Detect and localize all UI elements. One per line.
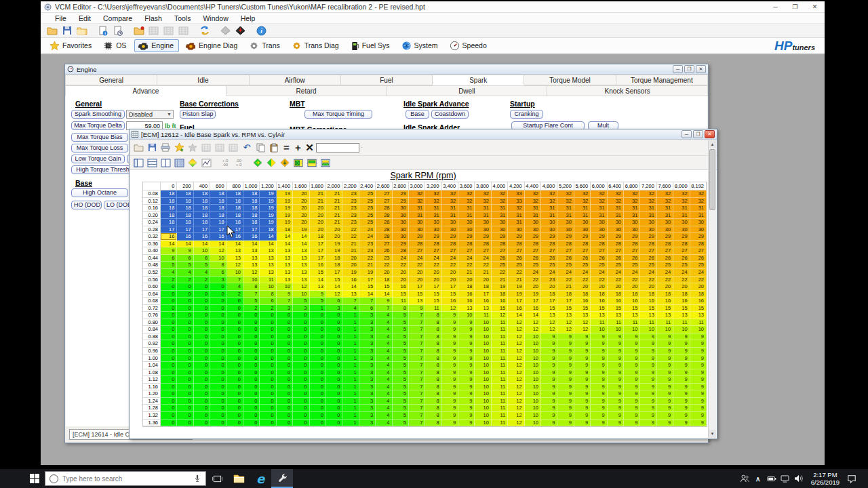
spark-cell[interactable]: 8 (425, 340, 441, 348)
row-header[interactable]: 0.20 (143, 212, 161, 220)
spark-cell[interactable]: 9 (673, 340, 690, 348)
decimal-increase-icon[interactable]: .00+.0 (233, 157, 245, 169)
spark-cell[interactable]: 0 (161, 319, 177, 327)
spark-cell[interactable]: 27 (624, 247, 640, 255)
spark-cell[interactable]: 9 (673, 405, 690, 412)
spark-cell[interactable]: 10 (475, 355, 491, 363)
spark-cell[interactable]: 30 (475, 219, 491, 226)
spark-cell[interactable]: 15 (393, 291, 409, 298)
row-header[interactable]: 0.80 (143, 319, 161, 327)
spark-cell[interactable]: 16 (492, 298, 508, 305)
spark-cell[interactable]: 32 (640, 198, 656, 205)
set-equal-button[interactable]: = (281, 142, 292, 152)
spark-cell[interactable]: 30 (690, 219, 707, 226)
spark-cell[interactable]: 9 (640, 420, 656, 427)
spark-cell[interactable]: 0 (194, 312, 210, 319)
spark-cell[interactable]: 18 (557, 291, 574, 298)
spark-cell[interactable]: 9 (557, 369, 574, 377)
ribbon-engine-diag[interactable]: Engine Diag (182, 39, 243, 52)
spark-cell[interactable]: 0 (161, 340, 177, 348)
spark-cell[interactable]: 3 (210, 277, 226, 284)
spark-cell[interactable]: 4 (177, 269, 193, 277)
spark-cell[interactable]: 31 (608, 212, 624, 220)
spark-cell[interactable]: 3 (359, 376, 376, 384)
spark-cell[interactable]: 12 (508, 390, 524, 398)
spark-cell[interactable]: 22 (442, 262, 458, 269)
spark-cell[interactable]: 5 (393, 390, 409, 398)
spark-cell[interactable]: 31 (690, 205, 707, 212)
spark-cell[interactable]: 11 (492, 362, 508, 369)
spark-cell[interactable]: 9 (591, 348, 607, 355)
operation-value-input[interactable] (316, 143, 359, 152)
spark-cell[interactable]: 8 (425, 390, 441, 398)
scroll-thumb[interactable] (709, 149, 715, 210)
row-header[interactable]: 0.68 (143, 298, 161, 305)
spark-cell[interactable]: 9 (624, 362, 640, 369)
spark-cell[interactable]: 21 (342, 247, 359, 255)
spark-cell[interactable]: 17 (210, 226, 226, 234)
spark-cell[interactable]: 18 (177, 198, 193, 205)
spark-cell[interactable]: 18 (260, 226, 276, 234)
spark-cell[interactable]: 7 (409, 355, 425, 363)
spark-cell[interactable]: 24 (640, 269, 656, 277)
spark-cell[interactable]: 27 (690, 247, 707, 255)
spark-cell[interactable]: 32 (608, 198, 624, 205)
spark-cell[interactable]: 5 (393, 319, 409, 327)
spark-cell[interactable]: 13 (243, 262, 260, 269)
spark-cell[interactable]: 10 (608, 326, 624, 333)
spark-cell[interactable]: 6 (194, 255, 210, 262)
table-close-icon[interactable]: ✕ (705, 130, 715, 138)
spark-cell[interactable]: 18 (277, 226, 293, 234)
spark-cell[interactable]: 9 (458, 369, 475, 377)
spark-cell[interactable]: 9 (458, 420, 475, 427)
spark-cell[interactable]: 19 (359, 269, 376, 277)
spark-cell[interactable]: 13 (541, 312, 557, 319)
spark-cell[interactable]: 20 (608, 283, 624, 291)
spark-cell[interactable]: 10 (525, 369, 541, 377)
spark-cell[interactable]: 0 (243, 326, 260, 333)
spark-cell[interactable]: 9 (657, 355, 673, 363)
spark-cell[interactable]: 0 (194, 333, 210, 341)
spark-cell[interactable]: 17 (557, 298, 574, 305)
spark-cell[interactable]: 0 (210, 312, 226, 319)
spark-cell[interactable]: 9 (442, 326, 458, 333)
spark-cell[interactable]: 0 (210, 420, 226, 427)
spark-cell[interactable]: 20 (409, 277, 425, 284)
spark-cell[interactable]: 11 (591, 319, 607, 327)
spark-cell[interactable]: 24 (608, 269, 624, 277)
spark-cell[interactable]: 0 (210, 412, 226, 420)
spark-cell[interactable]: 15 (425, 298, 441, 305)
spark-cell[interactable]: 0 (293, 355, 309, 363)
spark-cell[interactable]: 8 (425, 362, 441, 369)
menu-item-flash[interactable]: Flash (138, 14, 168, 22)
spark-cell[interactable]: 9 (557, 333, 574, 341)
spark-cell[interactable]: 0 (243, 362, 260, 369)
tab-idle[interactable]: Idle (157, 75, 249, 85)
spark-cell[interactable]: 15 (608, 305, 624, 312)
spark-cell[interactable]: 18 (194, 219, 210, 226)
spark-cell[interactable]: 9 (442, 412, 458, 420)
spark-cell[interactable]: 9 (640, 348, 656, 355)
spark-cell[interactable]: 11 (640, 319, 656, 327)
spark-cell[interactable]: 11 (690, 319, 707, 327)
spark-cell[interactable]: 31 (640, 205, 656, 212)
spark-cell[interactable]: 15 (359, 283, 376, 291)
spark-cell[interactable]: 6 (177, 255, 193, 262)
spark-cell[interactable]: 18 (177, 205, 193, 212)
spark-cell[interactable]: 19 (326, 247, 342, 255)
spark-cell[interactable]: 30 (442, 226, 458, 234)
spark-cell[interactable]: 0 (260, 340, 276, 348)
spark-cell[interactable]: 18 (243, 212, 260, 220)
spark-cell[interactable]: 29 (508, 233, 524, 241)
spark-cell[interactable]: 0 (194, 420, 210, 427)
spark-cell[interactable]: 0 (161, 348, 177, 355)
spark-cell[interactable]: 19 (260, 198, 276, 205)
spark-cell[interactable]: 7 (409, 369, 425, 377)
spark-cell[interactable]: 4 (227, 283, 243, 291)
spark-cell[interactable]: 31 (508, 212, 524, 220)
spark-cell[interactable]: 21 (342, 241, 359, 248)
spark-cell[interactable]: 9 (640, 362, 656, 369)
spark-cell[interactable]: 16 (161, 233, 177, 241)
spark-cell[interactable]: 18 (657, 291, 673, 298)
max-torque-delta-button[interactable]: Max Torque Delta (71, 121, 125, 130)
